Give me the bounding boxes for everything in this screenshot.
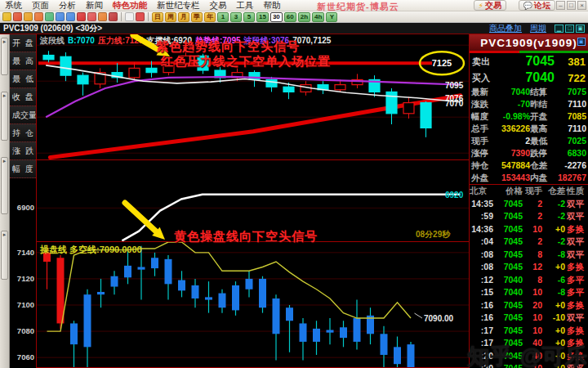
field-button-最低[interactable]: 最低 — [10, 70, 36, 88]
period-button-5min[interactable]: 5 — [243, 12, 255, 22]
menu-item-页面[interactable]: 页面 — [27, 0, 54, 11]
stat-label: 内盘 — [530, 172, 551, 184]
stat-value: 7390 — [492, 147, 530, 159]
stat-value: 7075 — [551, 86, 586, 98]
coin-icon[interactable] — [24, 12, 33, 21]
paint-icon[interactable] — [98, 12, 107, 21]
chart-win-button-0[interactable]: ▁ — [555, 25, 564, 33]
field-button-收盘[interactable]: 收盘 — [10, 88, 36, 106]
y-axis-label: 6900 — [17, 203, 34, 212]
quote-stats: 最新7040结算7075涨跌-70昨结7110幅度-0.98%开盘7085总手3… — [470, 86, 588, 184]
period-button-年[interactable]: 年 — [204, 12, 216, 22]
minimize-button[interactable]: – — [556, 1, 565, 10]
quote-panel: PVC1909(v1909) ▣ 卖出 7045 381 买入 7040 722… — [470, 34, 588, 368]
period-button-季[interactable]: 季 — [191, 12, 203, 22]
period-button-2hmin[interactable]: 2h — [298, 12, 310, 22]
period-button-周[interactable]: 周 — [165, 12, 176, 22]
menu-item-分析[interactable]: 分析 — [54, 0, 81, 11]
menu-item-特色功能[interactable]: 特色功能 — [108, 0, 152, 11]
operation-candlestick-chart[interactable]: 7090.00 — [37, 242, 469, 368]
stat-value: 7040 — [492, 86, 530, 98]
chart-title: PVC1909 (020609) <30分> — [3, 23, 102, 34]
refresh-icon[interactable] — [45, 12, 54, 21]
stat-value: 7085 — [551, 110, 586, 123]
tick-col-header: 北京 — [470, 185, 494, 198]
stat-value: 336226 — [492, 123, 530, 135]
filter-icon[interactable] — [109, 12, 118, 21]
menu-item-交易[interactable]: 交易 — [205, 0, 232, 11]
period-button-3min[interactable]: 3 — [230, 12, 242, 22]
field-button-开盘[interactable]: 开盘 — [10, 34, 36, 52]
field-button-最高[interactable]: 最高 — [10, 52, 36, 70]
collapsed-panel-tab[interactable]: ▸ — [1, 38, 8, 75]
period-button-15min[interactable]: 15 — [256, 12, 269, 22]
menu-item-新闻[interactable]: 新闻 — [81, 0, 108, 11]
flag-icon[interactable] — [77, 12, 86, 21]
menu-item-工具[interactable]: 工具 — [232, 0, 259, 11]
stat-label: 外盘 — [471, 172, 492, 184]
tick-row: :08704512+0多换 — [470, 261, 588, 274]
menu-item-系统[interactable]: 系统 — [0, 0, 27, 11]
period-button-日[interactable]: 日 — [152, 12, 163, 22]
zoom-in-icon[interactable] — [56, 12, 65, 21]
operation-line-label: 操盘线 多空线:7090.0000 — [40, 244, 142, 256]
stat-value: 7025 — [551, 135, 586, 147]
nav-icon[interactable] — [2, 12, 11, 21]
svg-text:08分29秒: 08分29秒 — [416, 230, 451, 239]
stat-label: 总手 — [471, 123, 492, 135]
annotation-purple-trend: 紫色趋势线向下空头信号 — [156, 39, 300, 55]
trend-icon[interactable] — [136, 12, 145, 21]
speech-bubble-icon: 💬 — [523, 2, 532, 10]
period-button-月[interactable]: 月 — [178, 12, 189, 22]
forum-button[interactable]: 💬论坛 — [519, 0, 555, 11]
news-icon[interactable] — [34, 12, 43, 21]
close-button[interactable]: × — [577, 1, 586, 10]
tick-table: 北京价格现手仓差性质14:3570452-2双平:5970452-2双平14:3… — [470, 184, 588, 368]
y-axis-label: 7140 — [17, 248, 34, 257]
collapsed-panel-tab[interactable]: ▸ — [1, 231, 8, 280]
menu-item-帮助[interactable]: 帮助 — [259, 0, 286, 11]
bid-row: 买入 7040 722 — [470, 70, 588, 86]
field-button-涨跌[interactable]: 涨跌 — [10, 142, 36, 160]
tick-row: :17704510+0多换 — [470, 325, 588, 338]
collapsed-panel-tab[interactable]: ▸ — [1, 157, 8, 214]
field-button-幅度[interactable]: 幅度 — [10, 160, 36, 178]
zoom-out-icon[interactable] — [66, 12, 75, 21]
tick-col-header: 仓差 — [543, 185, 566, 198]
field-button-持仓[interactable]: 持仓 — [10, 124, 36, 142]
chart-area[interactable]: 7125709570767070 692008分29秒 7090.00 波段线B… — [36, 34, 470, 368]
field-button-成交量[interactable]: 成交量 — [10, 106, 36, 124]
draw-icon[interactable] — [87, 12, 96, 21]
window-controls: –□× — [556, 1, 586, 10]
menu-item-新世纪专栏[interactable]: 新世纪专栏 — [152, 0, 205, 11]
ask-price: 7045 — [493, 54, 555, 69]
link-商品叠加[interactable]: 商品叠加 — [489, 23, 522, 34]
table-icon[interactable] — [125, 12, 134, 21]
period-button-60min[interactable]: 60 — [284, 12, 296, 22]
period-button-30min[interactable]: 30 — [270, 12, 283, 22]
tick-row: :1270408-6多平 — [470, 274, 588, 287]
stat-label: 最高 — [530, 123, 551, 135]
period-button-4hmin[interactable]: 4h — [312, 12, 324, 22]
period-button-1min[interactable]: 1 — [217, 12, 229, 22]
trade-button[interactable]: ⚡交易 — [474, 0, 506, 11]
chart-win-button-1[interactable]: □ — [565, 25, 574, 33]
ask-row: 卖出 7045 381 — [470, 53, 588, 70]
collapsed-panel-tab[interactable]: ▸ — [1, 92, 8, 141]
stat-value: -0.98% — [492, 110, 530, 123]
stat-label: 幅度 — [471, 110, 492, 123]
panel-mode-icon[interactable]: ▣ — [577, 38, 586, 46]
stat-value: 6830 — [551, 147, 586, 159]
link-周期[interactable]: 周期 — [530, 23, 546, 34]
bid-price: 7040 — [493, 70, 555, 85]
chart-win-button-2[interactable]: ▣ — [576, 25, 585, 33]
tick-row: :15704010-8多平 — [470, 286, 588, 299]
stat-value: 2 — [492, 135, 530, 147]
y-axis-label: 7100 — [17, 300, 34, 309]
tick-row: :5970452-2双平 — [470, 210, 588, 223]
stat-value: -70 — [492, 98, 530, 110]
period-button-Ymin[interactable]: Y — [326, 12, 337, 22]
home-icon[interactable] — [13, 12, 22, 21]
indicator-value: 波段线 — [40, 36, 65, 45]
maximize-button[interactable]: □ — [567, 1, 576, 10]
